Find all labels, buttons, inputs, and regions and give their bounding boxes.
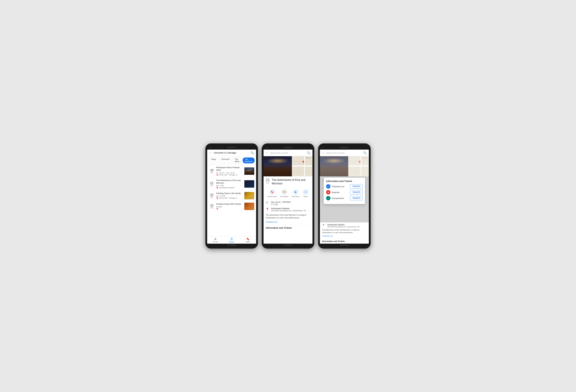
save-icon-1[interactable]: 🔖 xyxy=(216,174,218,176)
map-pin-icon: 📍 xyxy=(301,161,305,164)
dealhub-name: DealHub xyxy=(332,191,340,194)
ticketsite-logo: 🏷 xyxy=(326,184,330,189)
directions-icon: ◆ xyxy=(293,189,298,195)
event-4-time: Sunday xyxy=(216,206,243,208)
ticketsite-logo-icon: 🏷 xyxy=(327,185,329,188)
ticketsite-link[interactable]: Ticketsite.com xyxy=(266,221,278,223)
event-3-thumb xyxy=(244,192,254,199)
event-4-date-num: 22 xyxy=(209,204,215,207)
event-item-2[interactable]: 21 JUL The Adventures of Kira and Morris… xyxy=(207,178,256,190)
event-4-date: 22 JUL xyxy=(209,204,215,209)
ticketsite-tickets-button[interactable]: TICKETS xyxy=(350,184,363,189)
phone-3-detail-bg: 21 The Adventures of Kira andMorrison Sa… xyxy=(320,176,369,222)
nav-browse[interactable]: ☰ Browse xyxy=(223,236,240,244)
directions-label: Directions xyxy=(292,196,299,197)
hero-image-container: 📍 sheypar... xyxy=(263,156,313,176)
filter-bar: Today Tomorrow This Week This Weekend xyxy=(207,156,256,165)
event-1-date: 20 JUL xyxy=(209,169,215,173)
phone-3-map-label: sheypar... xyxy=(362,157,368,159)
event-1-date-num: 20 xyxy=(209,169,215,172)
phone-2-search-icon[interactable]: 🔍 xyxy=(307,151,310,155)
get-tickets-icon: 🎫 xyxy=(281,189,287,195)
event-2-thumb-image xyxy=(244,180,254,188)
nav-for-you-label: For You xyxy=(213,241,218,243)
tickets-modal: Information and Tickets 🏷 Ticketsite.com… xyxy=(324,178,365,204)
phone-3-bottom-bar xyxy=(320,244,369,247)
filter-this-weekend[interactable]: This Weekend xyxy=(243,157,254,163)
dealhub-tickets-button[interactable]: TICKETS xyxy=(350,190,363,194)
event-4-name: Sunday Feasts with Friends xyxy=(216,203,243,206)
map-label: sheypar... xyxy=(306,157,312,159)
venue-detail-text: Snickerpark Stadium 100 West Snickerpark… xyxy=(271,207,306,212)
phone-3-venue-row: 📍 Snickerpark Stadium 100 West Snickerpa… xyxy=(322,224,367,228)
saved-icon: 🔖 xyxy=(246,237,250,241)
phone-3-pin-icon: 📍 xyxy=(322,224,325,227)
phone-3-bottom-detail: 📍 Snickerpark Stadium 100 West Snickerpa… xyxy=(320,222,369,244)
event-4-thumb xyxy=(244,203,254,210)
search-icon[interactable]: 🔍 xyxy=(251,151,254,155)
filter-this-week[interactable]: This Week xyxy=(233,157,241,163)
event-3-name: Painting Class in the Studio xyxy=(216,192,243,195)
directions-button[interactable]: ◆ Directions xyxy=(292,189,299,197)
phone-3-back-arrow[interactable]: ← xyxy=(322,151,325,155)
hero-map[interactable]: 📍 sheypar... xyxy=(292,156,313,176)
venue-pin-icon: 📍 xyxy=(266,208,269,211)
phone-2-back-arrow[interactable]: ← xyxy=(266,151,268,155)
modal-overlay: Information and Tickets 🏷 Ticketsite.com… xyxy=(320,176,369,222)
phone-3-search-icon[interactable]: 🔍 xyxy=(363,151,367,155)
phone-3-search-placeholder[interactable]: Search for events xyxy=(326,152,362,154)
back-arrow-icon[interactable]: ← xyxy=(209,151,212,155)
groupsintown-tickets-button[interactable]: TICKETS xyxy=(350,196,363,200)
home-indicator-3 xyxy=(340,245,349,245)
filter-today[interactable]: Today xyxy=(209,157,218,163)
phone-3-venue-name: Snickerpark Stadium xyxy=(327,224,359,226)
event-2-info: The Adventures of Kira and Morrison Sat,… xyxy=(216,179,243,189)
phone-3-venue-address: 100 West Snickerpark Dr, Snickertown, PA xyxy=(327,226,359,228)
nav-for-you[interactable]: ⊕ For You xyxy=(207,236,223,244)
phone-1-bottom-bar xyxy=(207,244,256,247)
event-2-date: 21 JUL xyxy=(209,182,215,186)
ticket-row-3: ♪ Groupsintown TICKETS xyxy=(326,196,363,200)
groupsintown-name: Groupsintown xyxy=(332,197,344,199)
saved-event-button[interactable]: 🔖 Saved event xyxy=(267,189,277,197)
phone-3-top-bar xyxy=(320,145,369,150)
phone-1-screen: ← concerts in chicago 🔍 Today Tomorrow T… xyxy=(207,150,256,244)
phone-3-ticketsite-link[interactable]: Ticketsite.com xyxy=(322,235,333,237)
event-date-block: 21 JUL xyxy=(266,178,270,184)
saved-event-label: Saved event xyxy=(267,196,277,197)
save-icon-2[interactable]: 🔖 xyxy=(216,186,218,189)
filter-tomorrow[interactable]: Tomorrow xyxy=(219,157,231,163)
phone-2-header: ← Search for events 🔍 xyxy=(263,150,313,156)
event-date-number: 21 xyxy=(266,178,270,182)
phone-2-search-placeholder[interactable]: Search for events xyxy=(270,152,305,154)
event-4-venue: 🔖 xyxy=(216,208,243,210)
phone-3-speaker xyxy=(340,147,349,148)
get-tickets-button[interactable]: 🎫 Get tickets xyxy=(280,189,288,197)
event-item-1[interactable]: 20 JUL Pitchspoon Music Festival 2018 Fr… xyxy=(207,165,256,178)
phone-1: ← concerts in chicago 🔍 Today Tomorrow T… xyxy=(205,143,258,249)
map-road-v xyxy=(304,156,305,176)
event-time-relative: in 2 days xyxy=(271,203,291,206)
share-button[interactable]: ⊲ Share xyxy=(303,189,309,197)
for-you-icon: ⊕ xyxy=(214,237,216,241)
event-3-date: 22 JUL xyxy=(209,193,215,198)
save-icon-3[interactable]: 🔖 xyxy=(216,197,218,199)
event-1-name: Pitchspoon Music Festival 2018 xyxy=(216,166,243,172)
phone-3-description: The Adventures of Kira and Morrison is c… xyxy=(322,229,367,234)
phone-3-screen: ← Search for events 🔍 📍 xyxy=(320,150,369,244)
nav-saved[interactable]: 🔖 Saved xyxy=(240,236,256,244)
phone-1-speaker xyxy=(227,147,236,148)
map-grid-h3 xyxy=(292,171,313,172)
event-item-3[interactable]: 22 JUL Painting Class in the Studio Sun,… xyxy=(207,190,256,201)
time-detail-row: ⏱ Sat, Jul 21, 7 PM EDT in 2 days xyxy=(266,201,310,206)
venue-detail-row: 📍 Snickerpark Stadium 100 West Snickerpa… xyxy=(266,207,310,212)
event-3-venue: 🔖 Union Park · Chicago, IL xyxy=(216,197,243,199)
event-2-name: The Adventures of Kira and Morrison xyxy=(216,179,243,184)
phone-1-search-header: ← concerts in chicago 🔍 xyxy=(207,150,256,156)
event-main-title: The Adventures of Kira and Morrison xyxy=(272,178,310,185)
event-time-text: Sat, Jul 21, 7 PM EDT xyxy=(271,201,291,203)
event-item-4[interactable]: 22 JUL Sunday Feasts with Friends Sunday… xyxy=(207,201,256,212)
phone-3-hero-map: 📍 sheypar... xyxy=(348,156,369,176)
save-icon-4[interactable]: 🔖 xyxy=(216,208,218,210)
event-2-venue: 🔖 Snickerpark Stadium xyxy=(216,186,243,189)
